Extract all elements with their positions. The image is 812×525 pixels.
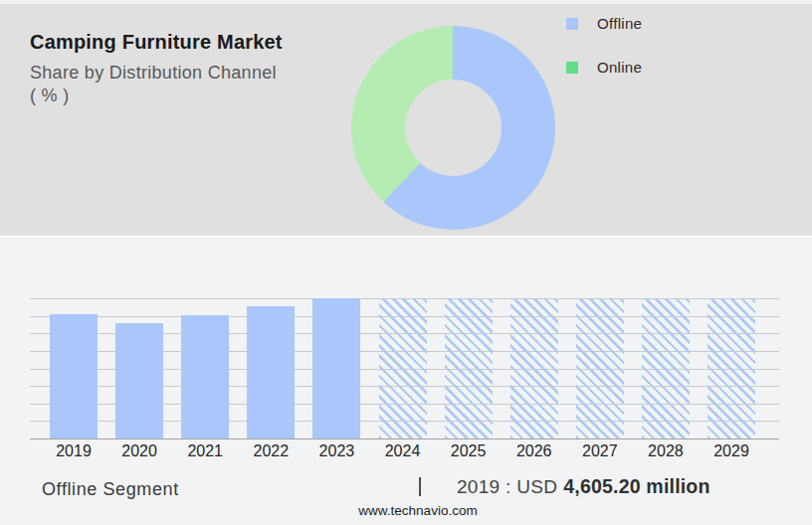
header-section: Camping Furniture Market Share by Distri… [0,0,812,236]
separator-pipe [419,477,421,496]
bar-2021 [181,315,229,438]
bar-2019 [50,314,98,438]
legend: Offline Online [566,15,642,76]
x-tick-2026: 2026 [502,442,567,460]
bar-2026 [510,298,558,438]
bar-2020 [115,323,163,438]
x-tick-2020: 2020 [106,442,172,460]
chart-unit-label: ( % ) [30,85,283,107]
section-divider [0,236,812,238]
x-tick-2028: 2028 [633,442,699,460]
x-tick-2019: 2019 [41,442,106,460]
top-edge-strip [0,0,812,4]
x-tick-2027: 2027 [567,442,633,460]
bar-chart-section: 2019202020212022202320242025202620272028… [0,236,812,525]
online-swatch-icon [566,62,578,74]
bar-2022 [247,306,295,438]
legend-label-offline: Offline [597,15,642,32]
value-prefix: 2019 : USD [457,476,557,498]
website-url: www.technavio.com [0,503,812,518]
legend-label-online: Online [597,59,642,76]
legend-item-offline: Offline [566,15,642,32]
title-block: Camping Furniture Market Share by Distri… [30,31,283,107]
bar-2025 [445,298,493,438]
bar-2028 [642,298,690,438]
value-bold: 4,605.20 million [563,475,710,498]
donut-chart [351,26,555,230]
bar-2029 [708,298,755,438]
x-tick-2022: 2022 [238,442,304,460]
x-axis-labels: 2019202020212022202320242025202620272028… [30,442,779,464]
bar-2024 [379,298,427,438]
bar-2027 [576,298,624,438]
legend-item-online: Online [566,59,642,76]
infographic-root: Camping Furniture Market Share by Distri… [0,0,812,525]
x-tick-2029: 2029 [699,442,764,460]
bar-2023 [312,298,360,438]
segment-label: Offline Segment [42,479,179,500]
chart-subtitle: Share by Distribution Channel [30,62,283,85]
x-tick-2021: 2021 [172,442,238,460]
x-tick-2025: 2025 [436,442,502,460]
x-tick-2024: 2024 [370,442,436,460]
page-title: Camping Furniture Market [30,31,283,53]
offline-swatch-icon [566,18,578,30]
value-annotation: 2019 : USD 4,605.20 million [419,475,710,498]
donut-hole [405,80,502,176]
x-tick-2023: 2023 [304,442,369,460]
bar-chart-plot [30,298,779,439]
x-axis-line [30,438,779,439]
